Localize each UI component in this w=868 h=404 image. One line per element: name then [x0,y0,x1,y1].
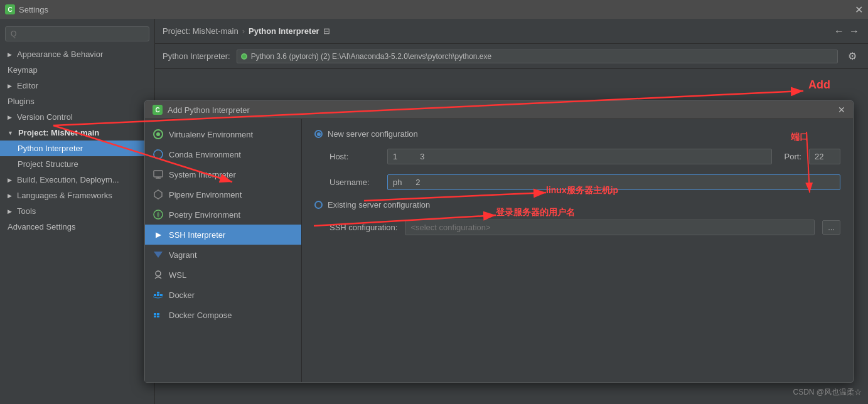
title-bar-left: C Settings [5,4,48,14]
breadcrumb: Project: MisNet-main › Python Interprete… [163,26,330,36]
arrow-icon: ▶ [8,114,12,120]
conda-label: Conda Environment [169,150,241,159]
sidebar-item-build-execution[interactable]: ▶ Build, Execution, Deploym... [0,172,154,188]
svg-rect-11 [157,292,159,294]
arrow-icon: ▶ [8,177,12,183]
sidebar-item-appearance[interactable]: ▶ Appearance & Behavior [0,46,154,62]
host-row: Host: Port: [314,149,840,164]
docker-compose-icon [153,309,164,321]
arrow-icon: ▶ [8,208,12,215]
poetry-label: Poetry Environment [169,210,240,220]
dialog-title: C Add Python Interpreter [153,105,250,115]
radio-new-server[interactable]: New server configuration [314,129,840,139]
poetry-icon [153,209,164,220]
vagrant-label: Vagrant [169,250,197,260]
interpreter-gear-button[interactable]: ⚙ [844,49,860,63]
interpreter-select-dropdown[interactable]: Python 3.6 (pytorch) (2) E:\AI\Anaconda3… [237,50,838,63]
sidebar-item-project-structure[interactable]: Project Structure [0,156,154,172]
sidebar-item-editor[interactable]: ▶ Editor [0,78,154,93]
host-label: Host: [330,152,380,161]
dialog-sidebar-wsl[interactable]: WSL [145,265,301,285]
watermark: CSDN @风也温柔☆ [793,387,862,398]
svg-rect-15 [154,316,156,317]
arrow-icon: ▼ [8,130,13,136]
wsl-label: WSL [169,270,186,280]
svg-rect-10 [157,294,159,296]
sidebar-item-advanced-settings[interactable]: Advanced Settings [0,219,154,235]
svg-rect-4 [154,171,163,177]
host-annotation: linux服务器主机ip [546,185,618,196]
docker-icon [153,289,164,300]
add-annotation: Add [808,78,830,92]
sidebar-item-tools[interactable]: ▶ Tools [0,203,154,219]
virtualenv-label: Virtualenv Environment [169,130,253,139]
sidebar-item-python-interpreter[interactable]: Python Interpreter [0,141,154,156]
content-header: Project: MisNet-main › Python Interprete… [155,19,868,44]
port-input[interactable] [809,149,840,164]
dialog-close-button[interactable]: ✕ [838,105,845,115]
ssh-browse-button[interactable]: ... [822,220,840,235]
interpreter-status-dot [241,53,247,60]
ssh-config-label: SSH configuration: [330,223,397,232]
arrow-icon: ▶ [8,193,12,199]
arrow-icon: ▶ [8,83,12,89]
interpreter-select-value: Python 3.6 (pytorch) (2) E:\AI\Anaconda3… [251,52,492,61]
svg-rect-13 [154,313,156,315]
ssh-config-row: SSH configuration: <select configuration… [314,220,840,235]
pipenv-icon [153,189,164,200]
dialog-titlebar: C Add Python Interpreter ✕ [145,101,853,119]
nav-forward-button[interactable]: → [848,26,860,37]
nav-arrows: ← → [833,26,860,37]
title-bar: C Settings ✕ [0,0,868,19]
title-close-button[interactable]: ✕ [855,4,863,16]
breadcrumb-project: Project: MisNet-main [163,26,238,36]
sidebar-item-version-control[interactable]: ▶ Version Control [0,109,154,125]
breadcrumb-page: Python Interpreter [249,26,319,36]
ssh-icon: ▶ [153,229,164,240]
app-icon: C [5,4,15,14]
dialog-sidebar-pipenv[interactable]: Pipenv Environment [145,184,301,205]
docker-compose-label: Docker Compose [169,311,232,320]
breadcrumb-icon: ⊟ [323,26,330,36]
svg-rect-16 [157,316,159,317]
docker-label: Docker [169,290,195,300]
dialog-sidebar-docker-compose[interactable]: Docker Compose [145,305,301,325]
username-annotation: 登录服务器的用户名 [496,207,575,218]
sidebar-item-languages[interactable]: ▶ Languages & Frameworks [0,188,154,203]
ssh-config-placeholder: <select configuration> [410,223,490,232]
radio-existing-server-button[interactable] [314,201,323,209]
host-input[interactable] [387,149,772,164]
breadcrumb-separator: › [242,26,245,36]
sidebar-item-project[interactable]: ▼ Project: MisNet-main [0,125,154,141]
sidebar-item-keymap[interactable]: Keymap [0,62,154,78]
dialog-sidebar-conda[interactable]: Conda Environment [145,144,301,164]
dialog-title-text: Add Python Interpreter [168,105,250,115]
dialog-sidebar-poetry[interactable]: Poetry Environment [145,205,301,225]
dialog-sidebar-ssh[interactable]: ▶ SSH Interpreter [145,225,301,245]
svg-rect-12 [160,294,163,296]
dialog-sidebar-system[interactable]: System Interpreter [145,164,301,184]
username-label: Username: [330,178,380,187]
vagrant-icon [153,249,164,260]
dialog-icon: C [153,105,163,115]
settings-sidebar: ▶ Appearance & Behavior Keymap ▶ Editor … [0,19,155,404]
radio-new-server-button[interactable] [314,130,323,138]
dialog-sidebar-virtualenv[interactable]: Virtualenv Environment [145,124,301,144]
dialog-sidebar-docker[interactable]: Docker [145,285,301,305]
system-label: System Interpreter [169,170,236,179]
add-interpreter-dialog: C Add Python Interpreter ✕ Virtualenv En… [144,100,854,383]
svg-point-8 [156,271,161,276]
sidebar-item-plugins[interactable]: Plugins [0,93,154,109]
svg-point-1 [156,132,160,136]
search-input[interactable] [5,26,149,41]
interpreter-row: Python Interpreter: Python 3.6 (pytorch)… [155,44,868,69]
ssh-config-dropdown[interactable]: <select configuration> [405,220,815,235]
nav-back-button[interactable]: ← [833,26,845,37]
port-annotation: 端口 [791,132,808,143]
interpreter-label: Python Interpreter: [163,51,230,61]
radio-existing-server[interactable]: Existing server configuration [314,200,840,210]
dialog-sidebar-vagrant[interactable]: Vagrant [145,245,301,265]
wsl-icon [153,269,164,280]
dialog-body: Virtualenv Environment Conda Environment… [145,119,853,382]
virtualenv-icon [153,129,164,140]
